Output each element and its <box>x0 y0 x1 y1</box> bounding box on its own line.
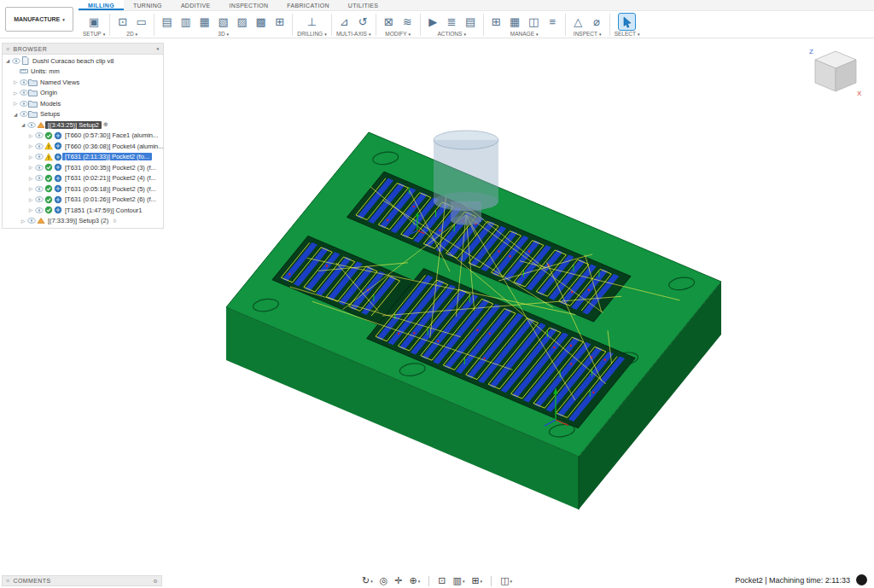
browser-row-label[interactable]: Named Views <box>38 79 82 86</box>
browser-row-label[interactable]: [T631 (0:01:26)] Pocket2 (6) (f... <box>62 195 159 203</box>
visibility-icon[interactable] <box>34 153 44 160</box>
2d-contour-icon[interactable]: ▭ <box>133 14 149 30</box>
browser-row-label[interactable]: [T631 (2:11:33)] Pocket2 (fo... <box>62 153 152 160</box>
tab-turning[interactable]: TURNING <box>124 0 172 10</box>
ribbon-group-label[interactable]: SETUP▾ <box>83 31 105 38</box>
expand-arrow-icon[interactable]: ▷ <box>12 101 19 106</box>
adaptive-clearing-icon[interactable]: ▤ <box>159 14 175 30</box>
browser-row[interactable]: ▷Models <box>3 98 163 109</box>
browser-row[interactable]: ▷[(7:33:39)] Setup3 (2)○ <box>3 216 163 227</box>
ribbon-group-label[interactable]: DRILLING▾ <box>297 31 327 38</box>
visibility-icon[interactable] <box>34 164 44 172</box>
browser-row-label[interactable]: Units: mm <box>28 67 62 75</box>
comments-settings-icon[interactable]: ⚙ <box>153 578 158 584</box>
browser-row-label[interactable]: Setups <box>38 110 62 118</box>
ribbon-group-label[interactable]: MODIFY▾ <box>385 31 411 38</box>
browser-row[interactable]: ◢Setups <box>3 109 163 120</box>
fit-icon[interactable]: ⊡ <box>438 575 446 586</box>
browser-row-label[interactable]: [T1851 (1:47:59)] Contour1 <box>62 207 144 214</box>
visibility-icon[interactable] <box>34 143 44 150</box>
browser-row[interactable]: ▷[T631 (0:01:26)] Pocket2 (6) (f... <box>3 195 163 206</box>
pending-ring-icon[interactable]: ○ <box>113 218 116 224</box>
visibility-icon[interactable] <box>19 100 28 108</box>
ribbon-group-label[interactable]: MULTI-AXIS▾ <box>336 31 371 38</box>
spiral-icon[interactable]: ⊞ <box>271 14 288 30</box>
expand-arrow-icon[interactable]: ▷ <box>27 143 34 148</box>
visibility-icon[interactable] <box>34 185 44 193</box>
new-setup-icon[interactable]: ▣ <box>86 14 102 30</box>
parallel-icon[interactable]: ▧ <box>215 14 231 30</box>
generate-icon[interactable]: ▦ <box>507 14 523 30</box>
panel-menu-icon[interactable]: ● <box>156 46 160 51</box>
section-analysis-icon[interactable]: ⌀ <box>589 14 605 30</box>
tab-inspection[interactable]: INSPECTION <box>220 0 278 10</box>
edit-toolpath-icon[interactable]: ≋ <box>399 14 416 30</box>
browser-row-label[interactable]: [T631 (0:00:35)] Pocket2 (3) (f... <box>62 164 159 172</box>
expand-arrow-icon[interactable]: ▷ <box>20 218 26 224</box>
visibility-icon[interactable] <box>34 174 44 182</box>
expand-arrow-icon[interactable]: ▷ <box>12 90 19 96</box>
visibility-icon[interactable] <box>34 195 44 203</box>
browser-row[interactable]: ▷Named Views <box>3 77 163 88</box>
tab-milling[interactable]: MILLING <box>79 0 124 10</box>
status-badge[interactable] <box>856 574 867 585</box>
expand-arrow-icon[interactable]: ▷ <box>27 186 34 191</box>
workspace-selector[interactable]: MANUFACTURE ▾ <box>5 7 73 32</box>
browser-row[interactable]: ▷[T660 (0:57:30)] Face1 (alumin... <box>3 131 163 142</box>
zoom-icon[interactable]: ⊕▾ <box>410 575 421 586</box>
browser-row[interactable]: ▷[T631 (2:11:33)] Pocket2 (fo... <box>3 152 163 163</box>
expand-arrow-icon[interactable]: ▷ <box>27 154 34 160</box>
ribbon-group-label[interactable]: MANAGE▾ <box>510 31 539 38</box>
browser-row[interactable]: ▷[T631 (0:00:35)] Pocket2 (3) (f... <box>3 162 163 173</box>
browser-row-label[interactable]: Models <box>38 100 63 108</box>
expand-arrow-icon[interactable]: ▷ <box>27 165 34 170</box>
ribbon-group-label[interactable]: INSPECT▾ <box>574 31 602 38</box>
visibility-icon[interactable] <box>11 57 20 65</box>
ramp-icon[interactable]: ▩ <box>253 14 269 30</box>
browser-row-label[interactable]: Origin <box>38 89 60 96</box>
task-manager-icon[interactable]: ≡ <box>545 14 561 30</box>
rotary-icon[interactable]: ↺ <box>355 14 371 30</box>
look-at-icon[interactable]: ◎ <box>380 575 388 586</box>
new-operation-icon[interactable]: ⊕ <box>103 121 108 128</box>
visibility-icon[interactable] <box>34 131 44 139</box>
tab-additive[interactable]: ADDITIVE <box>172 0 220 10</box>
browser-row[interactable]: ▷[T631 (0:02:21)] Pocket2 (4) (f... <box>3 173 163 184</box>
browser-row[interactable]: ▷[T660 (0:36:08)] Pocket4 (alumin... <box>3 141 163 152</box>
ribbon-group-label[interactable]: 2D▾ <box>126 31 137 38</box>
browser-row[interactable]: ◢[(3:43:25)] Setup2⊕ <box>3 119 163 131</box>
browser-row-label[interactable]: [T631 (0:05:18)] Pocket2 (5) (f... <box>62 185 159 193</box>
visibility-icon[interactable] <box>34 207 44 214</box>
visibility-icon[interactable] <box>26 121 36 129</box>
tab-fabrication[interactable]: FABRICATION <box>277 0 338 10</box>
measure-icon[interactable]: △ <box>570 14 586 30</box>
browser-row-label[interactable]: [T631 (0:02:21)] Pocket2 (4) (f... <box>62 174 159 182</box>
browser-row-label[interactable]: [(3:43:25)] Setup2 <box>45 121 102 129</box>
machine-library-icon[interactable]: ◫ <box>526 14 542 30</box>
ribbon-group-label[interactable]: SELECT▾ <box>615 31 640 38</box>
browser-row-label[interactable]: [T660 (0:57:30)] Face1 (alumin... <box>62 131 160 139</box>
browser-row[interactable]: ◢Dushi Curacao beach clip v8 <box>3 55 163 67</box>
browser-row-label[interactable]: Dushi Curacao beach clip v8 <box>30 57 116 65</box>
viewports-icon[interactable]: ◫▾ <box>500 575 512 586</box>
expand-arrow-icon[interactable]: ▷ <box>12 79 19 84</box>
expand-arrow-icon[interactable]: ▷ <box>27 197 34 202</box>
browser-panel-header[interactable]: ≡ BROWSER ● <box>3 44 163 55</box>
post-process-icon[interactable]: ≣ <box>444 14 460 30</box>
browser-row-label[interactable]: [(7:33:39)] Setup3 (2) <box>45 217 111 224</box>
orbit-icon[interactable]: ↻▾ <box>362 575 373 586</box>
trim-toolpath-icon[interactable]: ⊠ <box>381 14 397 30</box>
browser-row[interactable]: Units: mm <box>3 67 163 78</box>
display-settings-icon[interactable]: ▥▾ <box>452 575 464 586</box>
visibility-icon[interactable] <box>19 89 28 96</box>
view-cube[interactable]: Z X <box>807 44 864 101</box>
comments-panel[interactable]: ≡ COMMENTS ⚙ <box>2 575 162 586</box>
drill-icon[interactable]: ⊥ <box>304 14 320 30</box>
contour-icon[interactable]: ▨ <box>234 14 250 30</box>
steep-and-shallow-icon[interactable]: ▦ <box>196 14 213 30</box>
visibility-icon[interactable] <box>26 217 36 224</box>
pan-icon[interactable]: ✛ <box>394 575 402 586</box>
ribbon-group-label[interactable]: 3D▾ <box>218 31 229 38</box>
swarf-icon[interactable]: ⊿ <box>336 14 353 30</box>
collapse-arrow-icon[interactable]: ◢ <box>12 112 19 117</box>
